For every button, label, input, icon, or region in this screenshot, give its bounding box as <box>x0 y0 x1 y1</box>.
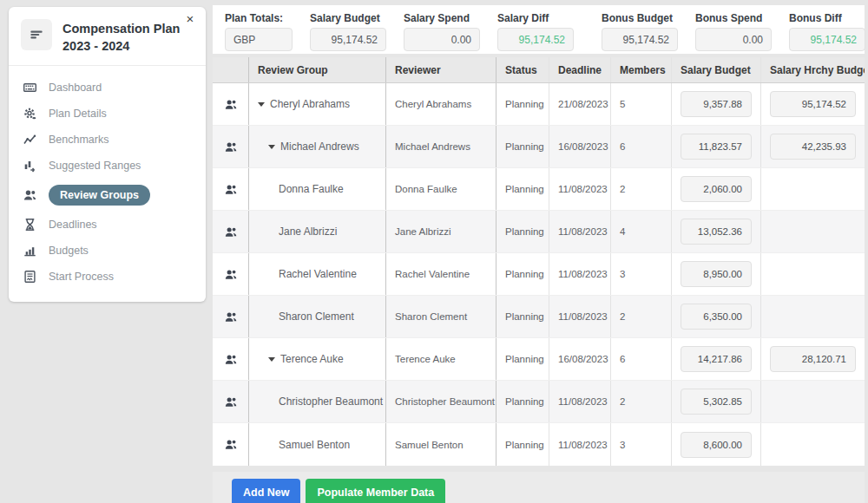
salary-budget-input[interactable]: 13,052.36 <box>681 219 752 245</box>
review-group-name[interactable]: Terence Auke <box>280 353 344 365</box>
members-cell: 6 <box>611 338 672 380</box>
salary-budget-input[interactable]: 11,823.57 <box>681 134 752 160</box>
totals-field-label: Bonus Diff <box>789 12 865 24</box>
status-cell: Planning <box>496 253 549 295</box>
sidebar-item-budgets[interactable]: Budgets <box>9 238 206 264</box>
footer-actions: Add New Populate Member Data <box>213 472 865 503</box>
row-users-icon[interactable] <box>213 83 249 125</box>
review-group-name[interactable]: Rachel Valentine <box>279 268 357 280</box>
sidebar-nav: Dashboard Plan Details Benchmarks Sugges… <box>9 66 206 291</box>
collapse-arrow-icon[interactable] <box>268 357 275 362</box>
column-header-salary-budget: Salary Budget <box>672 57 761 82</box>
status-cell: Planning <box>496 126 549 167</box>
review-group-name[interactable]: Christopher Beaumont <box>279 395 383 408</box>
salary-budget-input[interactable]: 8,950.00 <box>681 261 752 287</box>
review-group-cell: Cheryl Abrahams <box>249 83 386 125</box>
review-group-cell: Christopher Beaumont <box>249 381 386 422</box>
row-users-icon[interactable] <box>213 381 249 422</box>
review-group-name[interactable]: Cheryl Abrahams <box>270 98 350 110</box>
reviewer-cell: Sharon Clement <box>386 296 496 337</box>
icon-ranges <box>23 159 37 173</box>
sidebar-item-dashboard[interactable]: Dashboard <box>9 75 206 101</box>
review-groups-table: Review Group Reviewer Status Deadline Me… <box>213 57 865 466</box>
salary-hrchy-budget-cell <box>761 296 865 337</box>
review-group-cell: Jane Albrizzi <box>249 211 386 252</box>
totals-field-value: 95,174.52 <box>789 28 865 51</box>
row-users-icon[interactable] <box>213 126 249 167</box>
members-cell: 2 <box>611 381 672 422</box>
populate-member-data-button[interactable]: Populate Member Data <box>306 479 445 503</box>
icon-hourglass <box>23 218 37 232</box>
sidebar-item-deadlines[interactable]: Deadlines <box>9 212 206 238</box>
row-users-icon[interactable] <box>213 253 249 295</box>
deadline-cell: 11/08/2023 <box>549 296 611 337</box>
row-users-icon[interactable] <box>213 338 249 380</box>
review-group-name[interactable]: Samuel Benton <box>279 439 350 451</box>
members-cell: 6 <box>611 126 672 167</box>
currency-select[interactable]: GBP <box>225 28 293 51</box>
salary-budget-cell: 13,052.36 <box>672 211 761 252</box>
salary-hrchy-budget-input[interactable]: 95,174.52 <box>770 91 856 117</box>
salary-hrchy-budget-input[interactable]: 28,120.71 <box>770 346 856 372</box>
status-cell: Planning <box>496 423 549 466</box>
review-group-cell: Terence Auke <box>249 338 386 380</box>
review-group-name[interactable]: Donna Faulke <box>279 183 344 195</box>
row-users-icon[interactable] <box>213 423 249 466</box>
column-header-status: Status <box>496 57 549 82</box>
reviewer-cell: Samuel Benton <box>386 423 496 466</box>
totals-field: Salary Spend 0.00 <box>404 12 480 51</box>
sidebar-item-benchmarks[interactable]: Benchmarks <box>9 127 206 153</box>
review-group-name[interactable]: Sharon Clement <box>279 310 354 323</box>
salary-hrchy-budget-cell <box>761 211 865 252</box>
sidebar-item-start-process[interactable]: Start Process <box>9 264 206 290</box>
totals-field: Bonus Budget 95,174.52 <box>602 12 678 51</box>
salary-hrchy-budget-cell: 28,120.71 <box>761 338 865 380</box>
review-group-name[interactable]: Jane Albrizzi <box>279 225 337 238</box>
bonus-totals-group: Bonus Budget 95,174.52 Bonus Spend 0.00 … <box>602 12 865 51</box>
totals-field-value: 95,174.52 <box>310 28 386 51</box>
totals-field-label: Salary Diff <box>497 12 574 24</box>
row-users-icon[interactable] <box>213 168 249 210</box>
deadline-cell: 16/08/2023 <box>549 338 611 380</box>
status-cell: Planning <box>496 211 549 252</box>
icon-chart-line <box>23 133 37 147</box>
members-cell: 2 <box>611 168 672 210</box>
sidebar-item-plan-details[interactable]: Plan Details <box>9 101 206 127</box>
collapse-arrow-icon[interactable] <box>258 102 265 107</box>
status-cell: Planning <box>496 381 549 422</box>
salary-budget-cell: 8,600.00 <box>672 423 761 466</box>
sidebar-item-review-groups[interactable]: Review Groups <box>9 179 206 212</box>
status-cell: Planning <box>496 338 549 380</box>
review-group-cell: Michael Andrews <box>249 126 386 167</box>
salary-hrchy-budget-cell <box>761 381 865 422</box>
salary-budget-input[interactable]: 8,600.00 <box>681 432 752 458</box>
collapse-arrow-icon[interactable] <box>268 145 275 149</box>
row-users-icon[interactable] <box>213 296 249 337</box>
review-group-cell: Samuel Benton <box>249 423 386 466</box>
plan-title: Compensation Plan 2023 - 2024 <box>62 19 183 55</box>
salary-budget-input[interactable]: 9,357.88 <box>681 91 752 117</box>
row-users-icon[interactable] <box>213 211 249 252</box>
salary-budget-input[interactable]: 5,302.85 <box>681 389 752 415</box>
app-root: Compensation Plan 2023 - 2024 × Dashboar… <box>0 0 868 503</box>
add-new-button[interactable]: Add New <box>232 479 300 503</box>
totals-field-value: 0.00 <box>695 28 772 51</box>
totals-field-value: 95,174.52 <box>497 28 574 51</box>
review-group-cell: Sharon Clement <box>249 296 386 337</box>
plan-totals-label: Plan Totals: <box>225 12 293 24</box>
salary-hrchy-budget-cell <box>761 423 865 466</box>
reviewer-cell: Jane Albrizzi <box>386 211 496 252</box>
salary-budget-input[interactable]: 14,217.86 <box>681 346 752 372</box>
salary-hrchy-budget-input[interactable]: 42,235.93 <box>770 134 856 160</box>
members-cell: 5 <box>611 83 672 125</box>
main-content: Plan Totals: GBP Salary Budget 95,174.52… <box>211 0 868 503</box>
totals-field-label: Bonus Spend <box>695 12 772 24</box>
salary-budget-input[interactable]: 6,350.00 <box>681 304 752 330</box>
review-group-name[interactable]: Michael Andrews <box>280 140 359 153</box>
members-cell: 2 <box>611 296 672 337</box>
salary-budget-input[interactable]: 2,060.00 <box>681 176 752 202</box>
sidebar-item-suggested-ranges[interactable]: Suggested Ranges <box>9 153 206 179</box>
close-icon[interactable]: × <box>183 12 197 26</box>
totals-field: Bonus Diff 95,174.52 <box>789 12 865 51</box>
deadline-cell: 11/08/2023 <box>549 211 611 252</box>
